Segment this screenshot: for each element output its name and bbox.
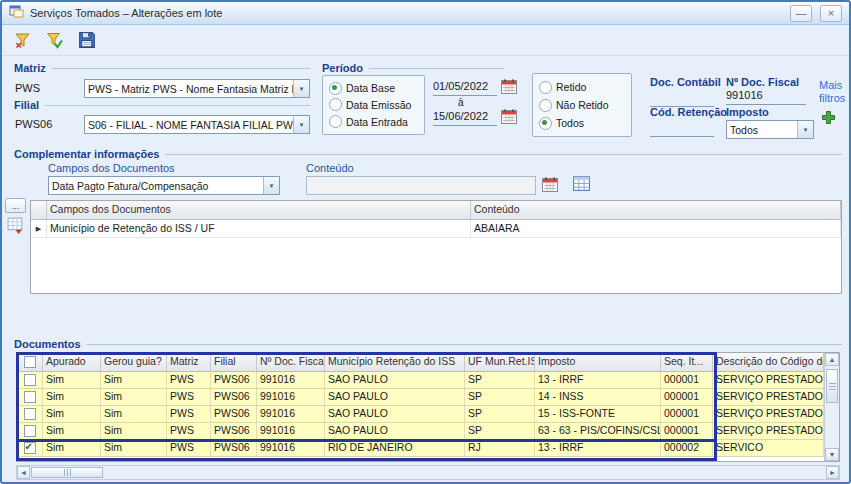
num-doc-fiscal-field[interactable]: 991016: [726, 89, 806, 105]
documentos-section-label: Documentos: [14, 338, 842, 350]
cell-filial: PWS06: [211, 423, 257, 439]
apply-content-button[interactable]: [572, 174, 591, 197]
row-checkbox[interactable]: [24, 374, 36, 386]
save-button[interactable]: [74, 28, 99, 53]
save-icon: [77, 30, 97, 50]
radio-label: Retido: [556, 81, 586, 93]
header-filial[interactable]: Filial: [211, 353, 257, 371]
vertical-scroll-thumb[interactable]: [826, 369, 838, 403]
header-conteudo[interactable]: Conteúdo: [471, 201, 841, 219]
chevron-down-icon[interactable]: ▼: [263, 177, 279, 194]
matriz-section-label: Matriz: [14, 62, 310, 74]
documento-row[interactable]: Sim Sim PWS PWS06 991016 SAO PAULO SP 14…: [17, 389, 824, 406]
chevron-down-icon[interactable]: ▼: [293, 80, 309, 97]
cell-imposto: 14 - INSS: [535, 389, 661, 405]
scroll-up-icon[interactable]: ▲: [825, 353, 839, 366]
minimize-button[interactable]: —: [790, 5, 812, 22]
cell-filial: PWS06: [211, 406, 257, 422]
header-campos[interactable]: Campos dos Documentos: [47, 201, 471, 219]
chevron-down-icon[interactable]: ▼: [797, 121, 813, 138]
header-municipio[interactable]: Município Retenção do ISS: [325, 353, 465, 371]
cell-municipio: SAO PAULO: [325, 389, 465, 405]
calendar-icon[interactable]: [542, 177, 558, 196]
radio-nao-retido[interactable]: Não Retido: [539, 99, 625, 112]
chevron-down-icon[interactable]: ▼: [293, 116, 309, 133]
campos-documentos-combo[interactable]: Data Pagto Fatura/Compensação ▼: [48, 176, 280, 195]
remove-field-button[interactable]: [6, 216, 25, 239]
cell-gerou-guia: Sim: [101, 389, 167, 405]
header-gerou-guia[interactable]: Gerou guia?: [101, 353, 167, 371]
documento-row-selected[interactable]: Sim Sim PWS PWS06 991016 RIO DE JANEIRO …: [17, 440, 824, 457]
vertical-scrollbar[interactable]: ▲ ▼: [824, 353, 839, 461]
more-options-button[interactable]: ...: [5, 198, 26, 213]
filial-label: Filial: [14, 99, 39, 111]
calendar-icon[interactable]: [501, 109, 517, 128]
horizontal-scrollbar[interactable]: ◄ ►: [16, 465, 840, 480]
cod-retencao-field[interactable]: [650, 121, 714, 137]
matriz-combo[interactable]: PWS - Matriz PWS - Nome Fantasia Matriz …: [84, 79, 310, 98]
cell-municipio: SAO PAULO: [325, 423, 465, 439]
documento-row[interactable]: Sim Sim PWS PWS06 991016 SAO PAULO SP 63…: [17, 423, 824, 440]
header-indicator-cell: [31, 201, 47, 219]
window-title: Serviços Tomados – Alterações em lote: [30, 7, 222, 19]
header-apurado[interactable]: Apurado: [43, 353, 101, 371]
apply-filter-button[interactable]: [42, 28, 67, 53]
cell-seq: 000001: [661, 406, 713, 422]
date-from-field[interactable]: 01/05/2022: [433, 80, 497, 96]
scroll-right-icon[interactable]: ►: [826, 466, 839, 479]
cell-num-doc: 991016: [257, 389, 325, 405]
row-checkbox[interactable]: [24, 391, 36, 403]
cell-filial: PWS06: [211, 389, 257, 405]
filial-section-label: Filial: [14, 99, 310, 111]
toolbar: [2, 25, 849, 56]
filial-combo[interactable]: S06 - FILIAL - NOME FANTASIA FILIAL PWS0…: [84, 115, 310, 134]
cell-seq: 000002: [661, 440, 713, 456]
select-all-checkbox[interactable]: [24, 356, 36, 368]
header-seq[interactable]: Seq. It...: [661, 353, 713, 371]
cell-uf: SP: [465, 406, 535, 422]
clear-filter-button[interactable]: [10, 28, 35, 53]
calendar-icon[interactable]: [501, 79, 517, 98]
mais-filtros-link[interactable]: Mais filtros: [819, 79, 851, 105]
funnel-clear-icon: [13, 31, 32, 50]
plus-icon: [821, 110, 836, 125]
row-checkbox[interactable]: [24, 408, 36, 420]
date-to-field[interactable]: 15/06/2022: [433, 110, 497, 126]
radio-todos[interactable]: Todos: [539, 117, 625, 130]
cell-matriz: PWS: [167, 406, 211, 422]
header-num-doc-fiscal[interactable]: Nº Doc. Fiscal: [257, 353, 325, 371]
cell-uf: SP: [465, 389, 535, 405]
header-uf[interactable]: UF Mun.Ret.ISS: [465, 353, 535, 371]
scroll-down-icon[interactable]: ▼: [825, 448, 839, 461]
documento-row[interactable]: Sim Sim PWS PWS06 991016 SAO PAULO SP 15…: [17, 406, 824, 423]
cell-apurado: Sim: [43, 406, 101, 422]
header-imposto[interactable]: Imposto: [535, 353, 661, 371]
num-doc-fiscal-label: Nº Doc. Fiscal: [726, 76, 799, 88]
header-descricao[interactable]: Descrição do Código do P: [713, 353, 824, 371]
horizontal-scroll-thumb[interactable]: [31, 467, 103, 478]
scroll-left-icon[interactable]: ◄: [17, 466, 30, 479]
add-filter-button[interactable]: [821, 110, 836, 129]
imposto-combo[interactable]: Todos ▼: [726, 120, 814, 139]
radio-data-entrada[interactable]: Data Entrada: [329, 115, 418, 128]
header-matriz[interactable]: Matriz: [167, 353, 211, 371]
between-label: à: [458, 97, 464, 108]
campos-combo-value: Data Pagto Fatura/Compensação: [49, 180, 263, 192]
close-button[interactable]: ×: [820, 5, 842, 22]
row-checkbox[interactable]: [24, 442, 36, 454]
cell-gerou-guia: Sim: [101, 423, 167, 439]
radio-icon: [329, 82, 342, 95]
conteudo-field[interactable]: [306, 176, 536, 195]
header-select-cell[interactable]: [17, 353, 43, 371]
doc-contabil-field[interactable]: [650, 91, 714, 107]
radio-data-emissao[interactable]: Data Emissão: [329, 98, 418, 111]
row-checkbox[interactable]: [24, 425, 36, 437]
cell-filial: PWS06: [211, 372, 257, 388]
cell-matriz: PWS: [167, 389, 211, 405]
radio-retido[interactable]: Retido: [539, 81, 625, 94]
complementar-grid-row[interactable]: ▶ Município de Retenção do ISS / UF ABAI…: [31, 220, 841, 238]
documento-row[interactable]: Sim Sim PWS PWS06 991016 SAO PAULO SP 13…: [17, 372, 824, 389]
radio-data-base[interactable]: Data Base: [329, 82, 418, 95]
cell-gerou-guia: Sim: [101, 406, 167, 422]
matriz-code: PWS: [15, 82, 40, 94]
